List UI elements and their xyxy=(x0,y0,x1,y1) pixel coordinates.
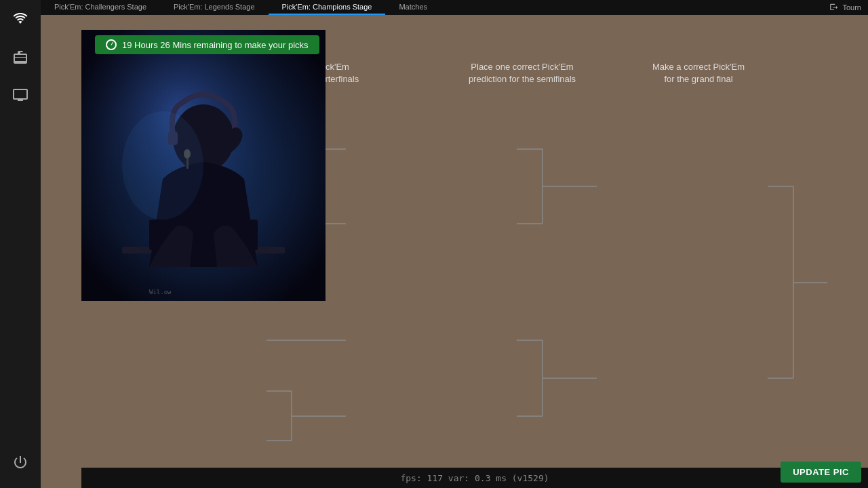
timer-banner: 19 Hours 26 Mins remaining to make your … xyxy=(95,35,319,54)
tab-challengers[interactable]: Pick'Em: Challengers Stage xyxy=(41,0,160,15)
update-picks-button[interactable]: UPDATE PIC xyxy=(781,462,861,483)
tab-matches[interactable]: Matches xyxy=(385,0,441,15)
tab-champions[interactable]: Pick'Em: Champions Stage xyxy=(269,0,386,15)
fps-bar: fps: 117 var: 0.3 ms (v1529) xyxy=(81,468,868,488)
sidebar-icon-briefcase[interactable] xyxy=(8,45,33,69)
svg-text:Wil.ow: Wil.ow xyxy=(149,289,172,296)
nav-right: Tourn xyxy=(829,3,868,12)
sidebar xyxy=(0,0,41,488)
video-overlay: Wil.ow xyxy=(81,30,326,301)
svg-point-56 xyxy=(122,111,203,220)
col-header-sf: Place one correct Pick'Emprediction for … xyxy=(427,61,617,85)
fps-text: fps: 117 var: 0.3 ms (v1529) xyxy=(400,473,549,483)
tab-legends[interactable]: Pick'Em: Legends Stage xyxy=(160,0,269,15)
timer-icon xyxy=(106,39,117,50)
sidebar-icon-wifi[interactable] xyxy=(8,7,33,31)
sidebar-icon-power[interactable] xyxy=(8,450,33,474)
video-scene: Wil.ow xyxy=(81,30,326,301)
player-svg: Wil.ow xyxy=(81,30,326,301)
col-header-gf: Make a correct Pick'Emfor the grand fina… xyxy=(624,61,773,85)
top-nav: Pick'Em: Challengers Stage Pick'Em: Lege… xyxy=(41,0,868,15)
sidebar-icon-tv[interactable] xyxy=(8,83,33,107)
main-content: 19 Hours 26 Mins remaining to make your … xyxy=(41,15,868,488)
